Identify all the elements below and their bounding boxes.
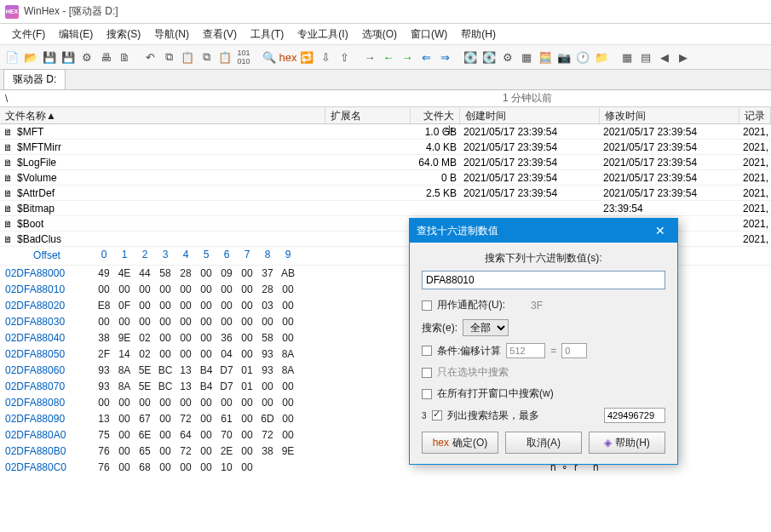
open-folder-icon[interactable]: 📂	[22, 49, 39, 66]
file-size: 4.0 KB	[411, 141, 460, 153]
find-down-icon[interactable]: ⇩	[317, 49, 334, 66]
file-rec: 2021,	[739, 141, 771, 153]
camera-icon[interactable]: 📷	[555, 49, 572, 66]
dialog-titlebar[interactable]: 查找十六进制数值 ✕	[410, 219, 677, 243]
calc-icon[interactable]: 🧮	[537, 49, 554, 66]
menu-item[interactable]: 编辑(E)	[54, 26, 98, 43]
pathbar: \ 1 分钟以前	[0, 90, 771, 107]
find-text-icon[interactable]: 🔍	[261, 49, 278, 66]
properties-icon[interactable]: 🗎	[116, 49, 133, 66]
col-ext[interactable]: 扩展名	[325, 107, 411, 123]
path-time: 1 分钟以前	[503, 91, 552, 106]
file-name: $AttrDef	[15, 187, 325, 199]
col-name[interactable]: 文件名称▲	[0, 107, 325, 123]
col-rec[interactable]: 记录	[739, 107, 771, 123]
goto-icon[interactable]: →	[361, 49, 378, 66]
find-hex-icon[interactable]: hex	[279, 49, 296, 66]
settings-icon[interactable]: ⚙	[78, 49, 95, 66]
file-icon: 🗎	[0, 127, 15, 137]
file-name: $Volume	[15, 172, 325, 184]
table-row[interactable]: 🗎 $LogFile 64.0 MB 2021/05/17 23:39:54 2…	[0, 155, 771, 170]
wildcard-checkbox[interactable]	[422, 300, 432, 311]
menu-item[interactable]: 文件(F)	[7, 26, 50, 43]
prev-icon[interactable]: ⇐	[417, 49, 434, 66]
menubar: 文件(F)编辑(E)搜索(S)导航(N)查看(V)工具(T)专业工具(I)选项(…	[0, 24, 771, 44]
clock-icon[interactable]: 🕐	[574, 49, 591, 66]
ram-icon[interactable]: ▦	[518, 49, 535, 66]
open-disk-icon[interactable]: 💾	[41, 49, 58, 66]
tab-drive[interactable]: 驱动器 D:	[3, 69, 66, 89]
menu-item[interactable]: 窗口(W)	[406, 26, 452, 43]
print-icon[interactable]: 🖶	[97, 49, 114, 66]
cancel-button[interactable]: 取消(A)	[505, 432, 582, 454]
menu-item[interactable]: 导航(N)	[149, 26, 194, 43]
list-icon[interactable]: ▤	[637, 49, 654, 66]
cond-label: 条件:偏移计算	[437, 344, 501, 358]
menu-item[interactable]: 帮助(H)	[456, 26, 501, 43]
grid-icon[interactable]: ▦	[619, 49, 636, 66]
toolbar: 📄 📂 💾 💾 ⚙ 🖶 🗎 ↶ ⧉ 📋 ⧉ 📋 101010 🔍 hex 🔁 ⇩…	[0, 44, 771, 70]
find-hex-dialog: 查找十六进制数值 ✕ 搜索下列十六进制数值(s): 用作通配符(U): 3F 搜…	[409, 218, 678, 465]
folder2-icon[interactable]: 📁	[593, 49, 610, 66]
table-row[interactable]: 🗎 $Bitmap 23:39:54 2021,	[0, 201, 771, 216]
menu-item[interactable]: 专业工具(I)	[292, 26, 353, 43]
book-icon: ◈	[604, 437, 612, 449]
cond-checkbox[interactable]	[422, 346, 432, 356]
table-row[interactable]: 🗎 $AttrDef 2.5 KB 2021/05/17 23:39:54 20…	[0, 186, 771, 201]
menu-item[interactable]: 工具(T)	[245, 26, 289, 43]
file-icon: 🗎	[0, 203, 15, 214]
col-mtime[interactable]: 修改时间	[600, 107, 739, 123]
help-button[interactable]: ◈帮助(H)	[589, 432, 665, 454]
back-icon[interactable]: ←	[380, 49, 397, 66]
table-row[interactable]: 🗎 $Volume 0 B 2021/05/17 23:39:54 2021/0…	[0, 170, 771, 186]
hex-offset: 02DFA88030	[0, 314, 94, 330]
path-text: \	[5, 93, 8, 105]
all-windows-label: 在所有打开窗口中搜索(w)	[437, 386, 554, 401]
binary-icon[interactable]: 101010	[235, 49, 252, 66]
search-direction-select[interactable]: 全部	[463, 319, 509, 336]
tri-left-icon[interactable]: ◀	[656, 49, 673, 66]
new-icon[interactable]: 📄	[3, 49, 20, 66]
copy-icon[interactable]: ⧉	[160, 49, 177, 66]
disk1-icon[interactable]: 💽	[462, 49, 479, 66]
hex-offset: 02DFA88020	[0, 298, 94, 314]
tri-right-icon[interactable]: ▶	[675, 49, 692, 66]
copy-hex-icon[interactable]: ⧉	[198, 49, 215, 66]
cond-b-input	[561, 343, 587, 358]
menu-item[interactable]: 选项(O)	[357, 26, 402, 43]
disk2-icon[interactable]: 💽	[480, 49, 498, 66]
file-mtime: 2021/05/17 23:39:54	[600, 126, 739, 138]
table-row[interactable]: 🗎 $MFTMirr 4.0 KB 2021/05/17 23:39:54 20…	[0, 140, 771, 155]
file-ctime: 2021/05/17 23:39:54	[460, 157, 600, 169]
hex-offset: 02DFA88090	[0, 411, 94, 427]
next-icon[interactable]: ⇒	[436, 49, 453, 66]
find-again-icon[interactable]: 🔁	[298, 49, 315, 66]
wildcard-label: 用作通配符(U):	[437, 298, 505, 312]
file-mtime: 2021/05/17 23:39:54	[600, 157, 739, 169]
save-icon[interactable]: 💾	[60, 49, 77, 66]
file-mtime: 23:39:54	[600, 203, 739, 215]
paste-icon[interactable]: 📋	[216, 49, 233, 66]
col-size[interactable]: 文件大小	[411, 107, 460, 123]
undo-icon[interactable]: ↶	[141, 49, 158, 66]
close-icon[interactable]: ✕	[650, 224, 670, 237]
app-icon: HEX	[5, 5, 19, 19]
table-row[interactable]: 🗎 $MFT 1.0 GB 2021/05/17 23:39:54 2021/0…	[0, 124, 771, 140]
clipboard-icon[interactable]: 📋	[179, 49, 196, 66]
list-results-checkbox[interactable]	[432, 410, 442, 420]
file-ctime: 2021/05/17 23:39:54	[460, 141, 600, 153]
file-name: $BadClus	[15, 233, 325, 245]
file-rec: 2021,	[739, 172, 771, 184]
ok-button[interactable]: hex确定(O)	[422, 432, 498, 454]
list-results-input[interactable]	[604, 408, 665, 423]
file-icon: 🗎	[0, 188, 15, 198]
col-ctime[interactable]: 创建时间	[460, 107, 600, 123]
find-up-icon[interactable]: ⇧	[336, 49, 353, 66]
all-windows-checkbox[interactable]	[422, 389, 432, 399]
forward-icon[interactable]: →	[399, 49, 416, 66]
menu-item[interactable]: 搜索(S)	[101, 26, 146, 43]
file-rec: 2021,	[739, 126, 771, 138]
hex-value-input[interactable]	[422, 271, 665, 289]
menu-item[interactable]: 查看(V)	[198, 26, 242, 43]
chip-icon[interactable]: ⚙	[499, 49, 516, 66]
